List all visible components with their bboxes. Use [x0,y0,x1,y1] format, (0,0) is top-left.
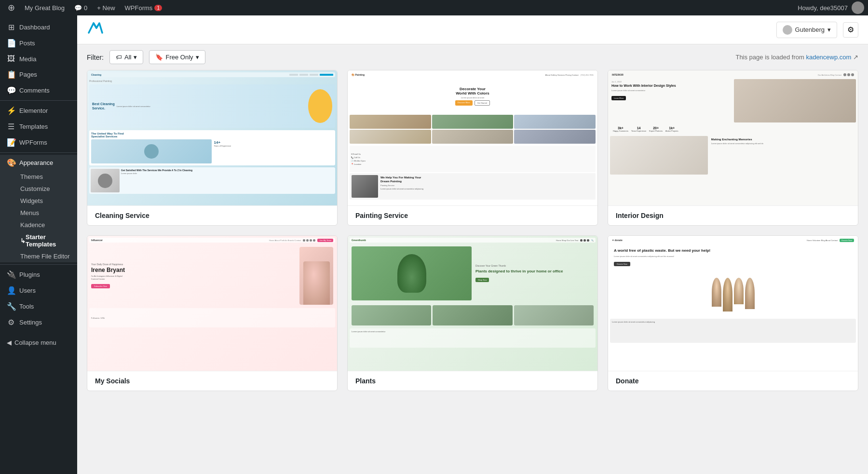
sidebar-item-kadence[interactable]: Kadence [14,219,77,231]
main-content: Gutenberg ▾ ⚙ Filter: 🏷 All ▾ 🔖 Free Onl… [77,15,868,474]
howdy-text: Howdy, dee35007 [798,4,848,12]
sidebar-label-elementor: Elementor [19,107,48,114]
template-title-painting: Painting Service [348,205,597,225]
collapse-label: Collapse menu [14,339,56,346]
sidebar-item-tools[interactable]: 🔧 Tools [0,298,77,314]
painting-hero: Decorate YourWorld With Colors Lorem ips… [350,79,596,113]
painting-gallery [350,115,596,144]
customize-label: Customize [20,185,50,192]
chevron-down-icon-free: ▾ [196,54,199,61]
painting-dream-section: ✉ Email Us 📞 Call Us 🕐 We Are Open 📍 Loc… [350,146,596,172]
admin-bar: ⊕ My Great Blog 💬 0 + New WPForms 1 Howd… [0,0,868,15]
bookmark-icon: 🔖 [155,54,163,61]
kadence-label: Kadence [20,221,45,229]
template-card-plants[interactable]: Greenthumb Home Shop Our Line Test 🔍 Dis… [347,235,598,391]
template-title-cleaning: Cleaning Service [87,205,337,225]
sidebar-item-users[interactable]: 👤 Users [0,283,77,298]
sidebar-item-starter-templates[interactable]: ↳ Starter Templates [14,231,77,250]
sidebar-label-users: Users [19,287,36,294]
admin-bar-left: ⊕ My Great Blog 💬 0 + New WPForms 1 [4,0,798,15]
elementor-icon: ⚡ [7,106,15,115]
wp-logo[interactable]: ⊕ [4,0,19,15]
chevron-down-icon: ▾ [827,26,831,33]
filter-free-label: Free Only [165,54,193,61]
template-preview-plants: Greenthumb Home Shop Our Line Test 🔍 Dis… [348,236,597,371]
template-card-cleaning[interactable]: Cleaning Professional Painting Best Clea… [87,70,338,226]
menus-label: Menus [20,209,39,217]
filter-all-button[interactable]: 🏷 All ▾ [109,50,143,64]
sidebar-item-themes[interactable]: Themes [14,171,77,183]
starter-label: ↳ [20,237,26,244]
filter-free-button[interactable]: 🔖 Free Only ▾ [149,50,205,64]
comment-icon: 💬 [74,4,82,12]
gutenberg-label: Gutenberg [795,26,825,33]
sidebar-item-settings[interactable]: ⚙ Settings [0,314,77,330]
sidebar-item-plugins[interactable]: 🔌 Plugins [0,267,77,283]
sidebar-item-widgets[interactable]: Widgets [14,195,77,207]
template-card-donate[interactable]: ✦ donate Home Volunteer Blog About Conta… [608,235,858,391]
new-content-button[interactable]: + New [93,0,119,15]
comments-count: 0 [84,4,87,12]
sidebar-label-settings: Settings [19,319,42,326]
template-title-socials: My Socials [87,371,337,391]
sidebar: ⊞ Dashboard 📄 Posts 🖼 Media 📋 Pages 💬 Co… [0,15,77,474]
sidebar-item-media[interactable]: 🖼 Media [0,51,77,67]
themes-label: Themes [20,173,43,180]
filter-page-note: This page is loaded from kadencewp.com ↗ [735,54,858,61]
sidebar-item-customize[interactable]: Customize [14,183,77,195]
user-avatar[interactable] [852,1,864,14]
wpforms-link[interactable]: WPForms 1 [121,0,166,15]
kadence-logo [87,19,104,40]
user-avatar-small [783,25,792,35]
site-name[interactable]: My Great Blog [21,0,68,15]
sidebar-item-elementor[interactable]: ⚡ Elementor [0,103,77,119]
filter-bar: Filter: 🏷 All ▾ 🔖 Free Only ▾ This page … [77,44,868,70]
wpforms-icon: 📝 [7,138,15,147]
comments-link[interactable]: 💬 0 [70,0,91,15]
comments-icon: 💬 [7,86,15,95]
template-preview-socials: Influencer Home About Portfolio Brands C… [87,236,337,371]
sidebar-item-posts[interactable]: 📄 Posts [0,35,77,51]
kadence-header: Gutenberg ▾ ⚙ [77,15,868,44]
sidebar-item-wpforms[interactable]: 📝 WPForms [0,135,77,150]
sidebar-item-appearance[interactable]: 🎨 Appearance [0,155,77,171]
sidebar-item-comments[interactable]: 💬 Comments [0,82,77,98]
gutenberg-button[interactable]: Gutenberg ▾ [776,22,837,38]
page-note-text: This page is loaded from [735,54,804,61]
sidebar-label-tools: Tools [19,303,34,310]
sidebar-item-menus[interactable]: Menus [14,207,77,219]
cleaning-section1: The United Way To FindSpecialist Service… [89,130,335,165]
sidebar-label-pages: Pages [19,71,37,78]
settings-gear-button[interactable]: ⚙ [843,22,858,38]
sidebar-divider-1 [0,100,77,101]
template-preview-painting: 🎨 Painting About Gallery Services Pricin… [348,70,597,205]
sidebar-label-media: Media [19,55,36,63]
templates-grid: Cleaning Professional Painting Best Clea… [77,70,868,401]
sidebar-label-wpforms: WPForms [19,139,47,146]
collapse-menu-button[interactable]: ◀ Collapse menu [0,334,77,351]
sidebar-item-templates[interactable]: ☰ Templates [0,119,77,135]
widgets-label: Widgets [20,197,43,204]
collapse-icon: ◀ [7,339,12,346]
cleaning-hero-section: Best CleaningService. Lorem ipsum dolor … [89,84,335,128]
sidebar-label-dashboard: Dashboard [19,24,50,31]
app-body: ⊞ Dashboard 📄 Posts 🖼 Media 📋 Pages 💬 Co… [0,15,868,474]
sidebar-item-dashboard[interactable]: ⊞ Dashboard [0,19,77,35]
chevron-down-icon-filter: ▾ [134,54,137,61]
template-card-painting[interactable]: 🎨 Painting About Gallery Services Pricin… [347,70,598,226]
kadencewp-link[interactable]: kadencewp.com [806,54,851,61]
filter-label: Filter: [87,54,104,61]
tag-icon: 🏷 [116,54,122,61]
sidebar-label-posts: Posts [19,40,35,47]
template-title-donate: Donate [608,371,858,391]
template-card-interior[interactable]: INTERIOR Our Ambitions Blog Contact Jun … [608,70,858,226]
theme-file-editor-label: Theme File Editor [20,253,70,260]
filter-all-label: All [124,54,131,61]
kadence-logo-icon [87,19,104,40]
template-card-socials[interactable]: Influencer Home About Portfolio Brands C… [87,235,338,391]
sidebar-item-theme-file-editor[interactable]: Theme File Editor [14,250,77,262]
media-icon: 🖼 [7,54,15,63]
sidebar-item-pages[interactable]: 📋 Pages [0,67,77,82]
template-preview-cleaning: Cleaning Professional Painting Best Clea… [87,70,337,205]
tools-icon: 🔧 [7,302,15,311]
